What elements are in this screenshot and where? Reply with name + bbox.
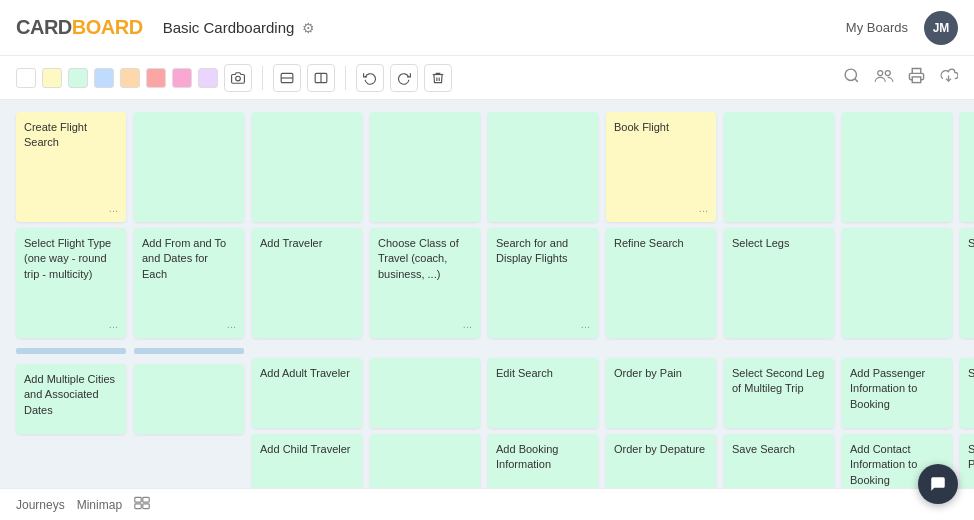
logo-board-text: BOARD [72, 16, 143, 39]
svg-point-8 [885, 71, 890, 76]
card-select-second-leg[interactable]: Select Second Leg of Multileg Trip [724, 358, 834, 428]
undo-btn[interactable] [356, 64, 384, 92]
board-scroll: Create Flight Search Select Flight Type … [16, 112, 974, 488]
search-icon[interactable] [843, 67, 860, 88]
column-3: Add Traveler Add Adult Traveler Add Chil… [252, 112, 362, 488]
card-edit-search[interactable]: Edit Search [488, 358, 598, 428]
color-blue[interactable] [94, 68, 114, 88]
logo-card-text: CARD [16, 16, 72, 39]
card-select-legs[interactable]: Select Legs [724, 228, 834, 338]
row-divider-col1 [16, 348, 126, 354]
svg-rect-13 [143, 504, 149, 509]
color-purple[interactable] [198, 68, 218, 88]
column-9: Set Flight Prefe... Select Seats Select … [960, 112, 974, 488]
column-4: Choose Class of Travel (coach, business,… [370, 112, 480, 488]
card-order-by-departure[interactable]: Order by Depature [606, 434, 716, 488]
color-orange[interactable] [120, 68, 140, 88]
sep2 [345, 66, 346, 90]
card-empty-c11[interactable] [370, 112, 480, 222]
board-title: Basic Cardboarding [163, 19, 295, 36]
layout-horizontal-btn[interactable] [273, 64, 301, 92]
card-add-booking-info[interactable]: Add Booking Information [488, 434, 598, 488]
column-7: Select Legs Select Second Leg of Multile… [724, 112, 834, 488]
card-empty-c15[interactable] [488, 112, 598, 222]
tab-journeys[interactable]: Journeys [16, 494, 65, 516]
card-choose-class[interactable]: Choose Class of Travel (coach, business,… [370, 228, 480, 338]
svg-line-6 [855, 79, 858, 82]
svg-point-7 [878, 71, 883, 76]
my-boards-link[interactable]: My Boards [846, 20, 908, 35]
delete-btn[interactable] [424, 64, 452, 92]
card-set-flight-pref[interactable]: Set Flight Prefe... [960, 228, 974, 338]
svg-rect-10 [135, 497, 141, 502]
team-icon[interactable] [874, 67, 894, 88]
color-white[interactable] [16, 68, 36, 88]
svg-point-5 [845, 69, 856, 80]
cloud-icon[interactable] [939, 68, 958, 87]
color-yellow[interactable] [42, 68, 62, 88]
card-refine-search[interactable]: Refine Search [606, 228, 716, 338]
svg-rect-9 [912, 77, 921, 83]
tab-minimap[interactable]: Minimap [77, 494, 122, 516]
color-red[interactable] [146, 68, 166, 88]
board-area: Create Flight Search Select Flight Type … [0, 100, 974, 488]
toolbar-right [843, 67, 958, 88]
svg-rect-11 [143, 497, 149, 502]
card-empty-c6[interactable] [134, 364, 244, 434]
card-add-child-traveler[interactable]: Add Child Traveler [252, 434, 362, 488]
card-save-search[interactable]: Save Search [724, 434, 834, 488]
card-empty-c13[interactable] [370, 358, 480, 428]
svg-point-0 [236, 76, 241, 81]
card-add-traveler[interactable]: Add Traveler [252, 228, 362, 338]
sep1 [262, 66, 263, 90]
card-add-adult-traveler[interactable]: Add Adult Traveler [252, 358, 362, 428]
print-icon[interactable] [908, 67, 925, 88]
chat-button[interactable] [918, 464, 958, 504]
svg-rect-12 [135, 504, 141, 509]
card-select-seats[interactable]: Select Seats [960, 358, 974, 428]
card-select-flight-type[interactable]: Select Flight Type (one way - round trip… [16, 228, 126, 338]
layout-vertical-btn[interactable] [307, 64, 335, 92]
bottom-panel: Journeys Minimap [0, 488, 974, 520]
card-empty-c14[interactable] [370, 434, 480, 488]
minimap-icon[interactable] [134, 496, 150, 513]
gear-icon[interactable]: ⚙ [302, 20, 315, 36]
card-empty-c25[interactable] [724, 112, 834, 222]
row-divider-col2 [134, 348, 244, 354]
card-create-flight-search[interactable]: Create Flight Search [16, 112, 126, 222]
card-empty-c35[interactable] [960, 112, 974, 222]
avatar[interactable]: JM [924, 11, 958, 45]
card-add-passenger-info[interactable]: Add Passenger Information to Booking [842, 358, 952, 428]
header-right: My Boards JM [846, 11, 958, 45]
column-1: Create Flight Search Select Flight Type … [16, 112, 126, 488]
card-book-flight[interactable]: Book Flight [606, 112, 716, 222]
logo[interactable]: CARDBOARD [16, 16, 143, 39]
column-8: Add Passenger Information to Booking Add… [842, 112, 952, 488]
camera-btn[interactable] [224, 64, 252, 92]
column-6: Book Flight Refine Search Order by Pain … [606, 112, 716, 488]
card-select-meal[interactable]: Select Meal Prefe... [960, 434, 974, 488]
color-pink[interactable] [172, 68, 192, 88]
card-empty-c7[interactable] [252, 112, 362, 222]
card-empty-c30[interactable] [842, 112, 952, 222]
toolbar [0, 56, 974, 100]
redo-btn[interactable] [390, 64, 418, 92]
card-empty-c4[interactable] [134, 112, 244, 222]
color-green[interactable] [68, 68, 88, 88]
column-2: Add From and To and Dates for Each [134, 112, 244, 488]
card-empty-c31[interactable] [842, 228, 952, 338]
card-order-by-pain[interactable]: Order by Pain [606, 358, 716, 428]
card-search-display-flights[interactable]: Search for and Display Flights [488, 228, 598, 338]
column-5: Search for and Display Flights Edit Sear… [488, 112, 598, 488]
card-add-multiple-cities[interactable]: Add Multiple Cities and Associated Dates [16, 364, 126, 434]
card-add-from-to[interactable]: Add From and To and Dates for Each [134, 228, 244, 338]
header: CARDBOARD Basic Cardboarding ⚙ My Boards… [0, 0, 974, 56]
